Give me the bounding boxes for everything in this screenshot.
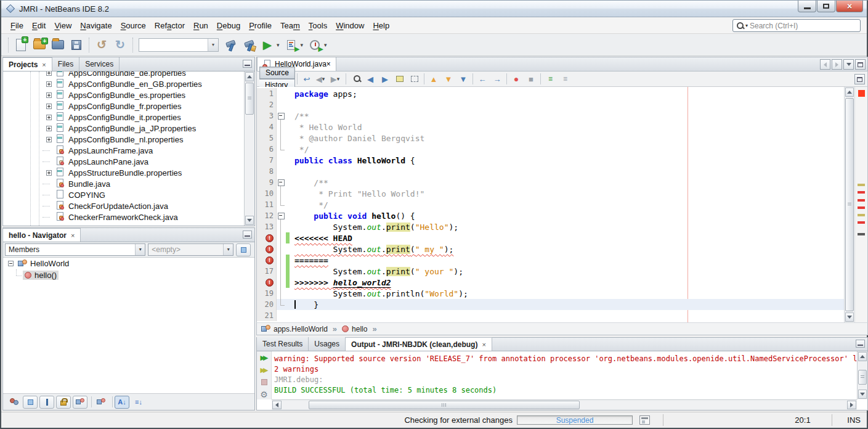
maximize-output-button[interactable]: [856, 340, 865, 348]
code-fold-icon[interactable]: [277, 110, 286, 121]
shift-line-right-button[interactable]: →: [490, 72, 505, 86]
tree-item-appsconfigbundle-it-properties[interactable]: AppsConfigBundle_it.properties: [3, 112, 244, 123]
view-source-button[interactable]: Source: [259, 67, 295, 79]
error-stripe-mark[interactable]: [858, 214, 865, 216]
close-tab-icon[interactable]: ×: [482, 341, 485, 348]
line-number-gutter[interactable]: 10: [257, 188, 277, 199]
bottom-tab-usages[interactable]: Usages: [309, 337, 346, 351]
process-list-icon[interactable]: [639, 415, 650, 425]
line-number-gutter[interactable]: !: [257, 243, 277, 255]
toggle-highlight-button[interactable]: [392, 72, 407, 86]
expand-icon[interactable]: [46, 137, 52, 142]
tree-item-appsconfigbundle-es-properties[interactable]: AppsConfigBundle_es.properties: [3, 89, 244, 100]
line-number-gutter[interactable]: 4: [257, 121, 277, 133]
menu-view[interactable]: View: [50, 18, 76, 33]
open-project-button[interactable]: [49, 36, 67, 54]
line-number-gutter[interactable]: 6: [257, 144, 277, 155]
tree-item-bundle-java[interactable]: Bundle.java: [3, 178, 244, 189]
breadcrumb-item-apps-helloworld[interactable]: apps.HelloWorld: [261, 325, 328, 333]
line-number-gutter[interactable]: 7: [257, 155, 277, 166]
next-bookmark-button[interactable]: ▼: [441, 72, 456, 86]
menu-run[interactable]: Run: [189, 18, 213, 33]
tree-item-appsconfigbundle-fr-properties[interactable]: AppsConfigBundle_fr.properties: [3, 100, 244, 112]
uncomment-button[interactable]: ≡: [558, 72, 572, 86]
code-fold-icon[interactable]: [277, 177, 286, 188]
expand-icon[interactable]: [46, 104, 52, 109]
save-all-button[interactable]: [67, 36, 86, 54]
scroll-up-button[interactable]: [845, 88, 854, 97]
navigator-filter-select[interactable]: <empty> ▾: [148, 243, 233, 256]
line-number-gutter[interactable]: 21: [257, 310, 277, 321]
code-line[interactable]: 3/**: [257, 110, 844, 121]
clean-build-button[interactable]: [240, 36, 258, 54]
line-number-gutter[interactable]: 1: [257, 88, 277, 99]
show-static-members-button[interactable]: [56, 396, 71, 409]
minimize-button[interactable]: [798, 1, 816, 12]
close-tab-icon[interactable]: ×: [71, 232, 75, 239]
shift-line-left-button[interactable]: ←: [475, 72, 490, 86]
minimize-panel-button[interactable]: [243, 60, 252, 68]
tree-item-appsstructurebundle-properties[interactable]: AppsStructureBundle.properties: [3, 167, 244, 178]
breadcrumb-item-hello[interactable]: hello: [342, 325, 367, 333]
menu-profile[interactable]: Profile: [245, 18, 276, 33]
search-dropdown-icon[interactable]: ▾: [745, 23, 748, 28]
error-stripe-mark[interactable]: [858, 191, 865, 194]
redo-button[interactable]: ↻: [111, 36, 129, 54]
maximize-button[interactable]: [817, 1, 835, 12]
code-line[interactable]: 12 public void hello() {: [257, 210, 844, 221]
scroll-down-button[interactable]: [245, 216, 254, 225]
tree-item-appsconfigbundle-ja-jp-properties[interactable]: AppsConfigBundle_ja_JP.properties: [3, 123, 244, 134]
split-document-button[interactable]: [854, 74, 865, 84]
menu-source[interactable]: Source: [116, 18, 150, 33]
progress-bar[interactable]: Suspended: [517, 415, 633, 425]
tree-item-appsconfigbundle-nl-properties[interactable]: AppsConfigBundle_nl.properties: [3, 134, 244, 145]
editor-scrollbar[interactable]: [844, 87, 854, 322]
search-input[interactable]: ▾ Search (Ctrl+I): [732, 19, 861, 32]
title-bar[interactable]: JMRI - NetBeans IDE 8.2 ×: [1, 1, 867, 17]
tree-item-appslaunchpane-java[interactable]: AppsLaunchPane.java: [3, 156, 244, 167]
maximize-editor-button[interactable]: [855, 59, 866, 70]
line-number-gutter[interactable]: 17: [257, 266, 277, 277]
navigator-item-hello[interactable]: hello(): [3, 269, 254, 281]
menu-team[interactable]: Team: [276, 18, 304, 33]
show-inherited-members-button[interactable]: [6, 396, 21, 409]
menu-refactor[interactable]: Refactor: [150, 18, 189, 33]
menu-file[interactable]: File: [6, 18, 28, 33]
close-tab-icon[interactable]: ×: [327, 60, 331, 68]
code-line[interactable]: 9 /**: [257, 177, 844, 188]
navigator-item-helloworld[interactable]: HelloWorld: [3, 258, 254, 269]
error-stripe-mark[interactable]: [858, 184, 865, 186]
new-project-button[interactable]: +: [30, 36, 49, 54]
minimize-panel-button[interactable]: [243, 231, 252, 239]
output-console[interactable]: warning: Supported source version 'RELEA…: [272, 351, 857, 399]
code-line[interactable]: 5 * @author Daniel Bergqvist: [257, 133, 844, 144]
expand-icon[interactable]: [46, 92, 52, 98]
tree-item-appsconfigbundle-de-properties[interactable]: AppsConfigBundle_de.properties: [3, 72, 244, 78]
run-dropdown-icon[interactable]: ▾: [277, 42, 280, 48]
code-line[interactable]: 10 * Print "Hello World!": [257, 188, 844, 199]
line-number-gutter[interactable]: 12: [257, 210, 277, 221]
code-line[interactable]: ! System.out.print(" my ");: [257, 243, 844, 255]
code-line[interactable]: 11 */: [257, 199, 844, 210]
sort-by-source-button[interactable]: ≡↓: [131, 396, 146, 409]
rerun-build-button[interactable]: ▶▶: [258, 353, 270, 362]
debug-dropdown-icon[interactable]: ▾: [301, 42, 304, 48]
explorer-tab-files[interactable]: Files: [52, 57, 79, 71]
toggle-bookmark-button[interactable]: ▼: [456, 72, 471, 86]
code-line[interactable]: 13 System.out.print("Hello");: [257, 221, 844, 232]
find-next-button[interactable]: ▶: [378, 72, 392, 86]
code-line[interactable]: 2: [257, 99, 844, 110]
previous-bookmark-button[interactable]: ▲: [426, 72, 441, 86]
new-class-button[interactable]: [94, 396, 108, 409]
collapse-icon[interactable]: [8, 261, 14, 266]
explorer-tab-projects[interactable]: Projects×: [3, 57, 52, 71]
show-non-public-button[interactable]: [39, 396, 54, 409]
profile-dropdown-icon[interactable]: ▾: [324, 42, 327, 48]
line-number-gutter[interactable]: 3: [257, 110, 277, 121]
error-stripe[interactable]: [854, 87, 867, 322]
menu-debug[interactable]: Debug: [213, 18, 245, 33]
close-tab-icon[interactable]: ×: [42, 61, 46, 68]
explorer-tab-services[interactable]: Services: [79, 57, 120, 71]
line-number-gutter[interactable]: 9: [257, 177, 277, 188]
code-line[interactable]: !<<<<<<< HEAD: [257, 232, 844, 243]
